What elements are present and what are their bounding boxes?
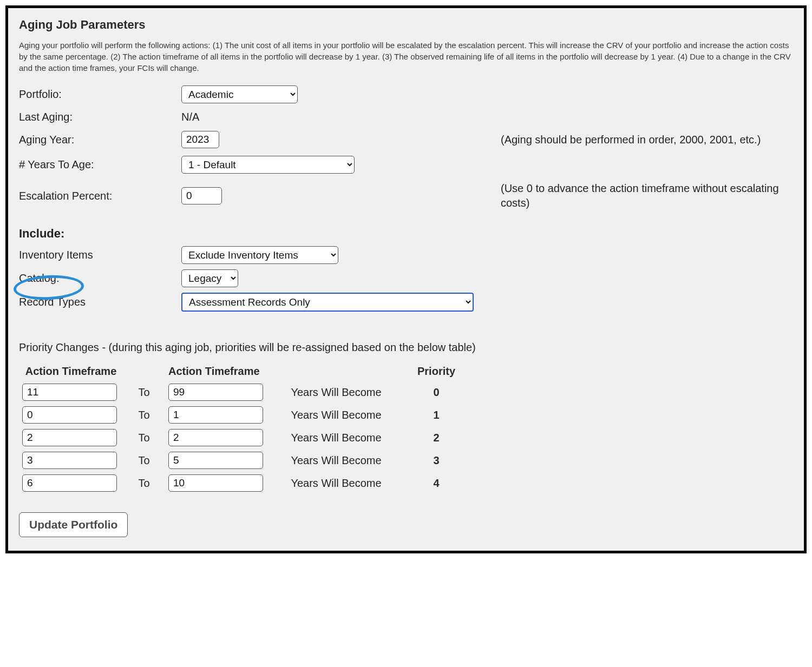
- priority-row: To Years Will Become 4: [22, 474, 793, 492]
- aging-year-cell: [181, 131, 501, 148]
- record-types-select[interactable]: Assessment Records Only: [181, 293, 474, 312]
- page-title: Aging Job Parameters: [19, 18, 793, 32]
- priority-value: 3: [407, 454, 466, 467]
- priority-value: 0: [407, 386, 466, 399]
- priority-row: To Years Will Become 2: [22, 429, 793, 446]
- priority-from-input[interactable]: [22, 429, 117, 446]
- include-heading: Include:: [19, 227, 64, 241]
- priority-value: 1: [407, 409, 466, 421]
- priority-from-input[interactable]: [22, 452, 117, 469]
- priority-to-input[interactable]: [168, 452, 263, 469]
- aging-year-note: (Aging should be performed in order, 200…: [501, 133, 793, 147]
- priority-value: 2: [407, 432, 466, 444]
- to-label: To: [120, 432, 168, 444]
- form-grid: Portfolio: Academic Last Aging: N/A Agin…: [19, 85, 793, 210]
- escalation-percent-note: (Use 0 to advance the action timeframe w…: [501, 181, 793, 210]
- priority-to-input[interactable]: [168, 429, 263, 446]
- include-grid: Inventory Items Exclude Inventory Items …: [19, 246, 793, 312]
- priority-to-input[interactable]: [168, 384, 263, 401]
- years-will-become-label: Years Will Become: [266, 432, 407, 444]
- record-types-label: Record Types: [19, 296, 181, 308]
- catalog-label: Catalog:: [19, 272, 181, 285]
- years-to-age-label: # Years To Age:: [19, 159, 181, 171]
- priority-row: To Years Will Become 3: [22, 452, 793, 469]
- priority-from-input[interactable]: [22, 474, 117, 492]
- years-will-become-label: Years Will Become: [266, 386, 407, 399]
- portfolio-cell: Academic: [181, 85, 501, 103]
- priority-to-input[interactable]: [168, 406, 263, 424]
- priority-changes-heading: Priority Changes - (during this aging jo…: [19, 341, 793, 354]
- years-will-become-label: Years Will Become: [266, 454, 407, 467]
- priority-value: 4: [407, 477, 466, 490]
- to-label: To: [120, 386, 168, 399]
- aging-year-input[interactable]: [181, 131, 219, 148]
- priority-row: To Years Will Become 1: [22, 406, 793, 424]
- portfolio-label: Portfolio:: [19, 88, 181, 101]
- priority-table: Action Timeframe Action Timeframe Priori…: [22, 365, 793, 492]
- catalog-select[interactable]: Legacy: [181, 269, 238, 287]
- escalation-percent-label: Escalation Percent:: [19, 190, 181, 202]
- priority-from-input[interactable]: [22, 406, 117, 424]
- years-will-become-label: Years Will Become: [266, 409, 407, 421]
- last-aging-label: Last Aging:: [19, 111, 181, 123]
- update-portfolio-button[interactable]: Update Portfolio: [19, 512, 128, 537]
- priority-row: To Years Will Become 0: [22, 384, 793, 401]
- inventory-items-select[interactable]: Exclude Inventory Items: [181, 246, 338, 264]
- priority-from-input[interactable]: [22, 384, 117, 401]
- to-label: To: [120, 477, 168, 490]
- inventory-items-label: Inventory Items: [19, 249, 181, 261]
- aging-year-label: Aging Year:: [19, 134, 181, 146]
- col-priority: Priority: [407, 365, 466, 378]
- years-to-age-cell: 1 - Default: [181, 156, 501, 174]
- to-label: To: [120, 409, 168, 421]
- priority-to-input[interactable]: [168, 474, 263, 492]
- aging-job-panel: Aging Job Parameters Aging your portfoli…: [5, 5, 807, 553]
- years-to-age-select[interactable]: 1 - Default: [181, 156, 355, 174]
- col-action-timeframe-to: Action Timeframe: [168, 365, 266, 378]
- last-aging-value: N/A: [181, 111, 501, 123]
- escalation-percent-cell: [181, 187, 501, 204]
- col-action-timeframe-from: Action Timeframe: [22, 365, 120, 378]
- to-label: To: [120, 454, 168, 467]
- description-text: Aging your portfolio will perform the fo…: [19, 39, 793, 74]
- portfolio-select[interactable]: Academic: [181, 85, 298, 103]
- priority-header-row: Action Timeframe Action Timeframe Priori…: [22, 365, 793, 378]
- years-will-become-label: Years Will Become: [266, 477, 407, 490]
- escalation-percent-input[interactable]: [181, 187, 222, 204]
